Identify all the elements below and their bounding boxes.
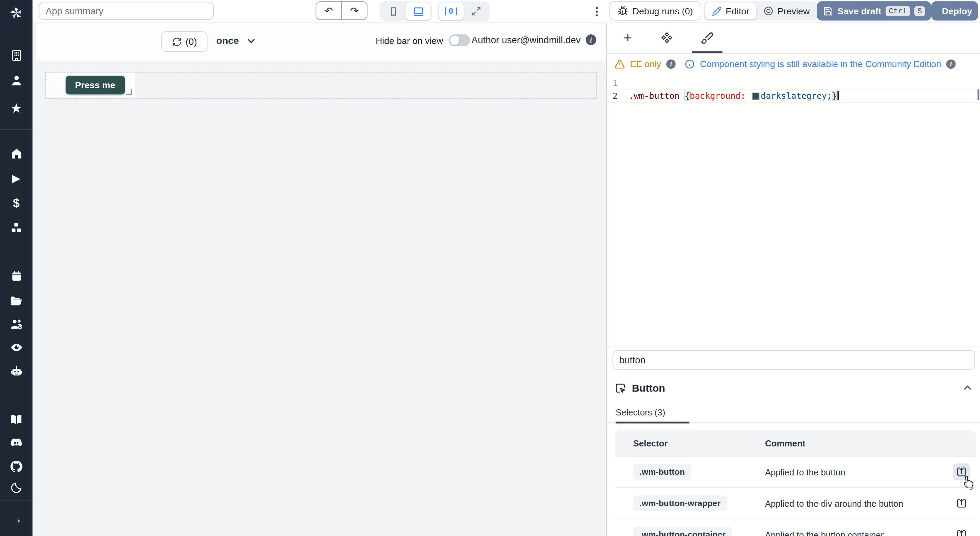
panel-splitter[interactable] — [607, 347, 980, 347]
component-grid-row: Press me — [45, 72, 597, 99]
redo-icon: ↷ — [350, 5, 359, 17]
kebab-icon: ⋮ — [592, 5, 602, 18]
selector-comment: Applied to the button — [765, 467, 845, 477]
refresh-button[interactable]: (0) — [161, 31, 208, 52]
active-tab-indicator — [692, 51, 722, 53]
save-draft-button[interactable]: Save draft Ctrl S — [817, 2, 931, 21]
copy-selector-to-editor-button[interactable] — [953, 463, 970, 480]
dark-mode-toggle[interactable] — [0, 480, 33, 496]
deploy-button[interactable]: Deploy — [931, 2, 978, 21]
tab-insert-component[interactable] — [614, 22, 641, 53]
sidebar: ★ ▶ $ — [0, 0, 33, 536]
discord-icon — [10, 436, 23, 450]
app-summary-input[interactable] — [39, 2, 214, 20]
copy-selector-to-editor-button[interactable] — [953, 495, 970, 512]
pencil-icon — [712, 6, 722, 16]
css-value-token: darkslategrey — [761, 91, 827, 100]
kbd-ctrl: Ctrl — [886, 6, 910, 16]
sidebar-item-user[interactable] — [0, 73, 33, 88]
collapse-section-button[interactable] — [961, 381, 974, 394]
toggle-knob — [450, 36, 460, 45]
sidebar-item-resources[interactable] — [0, 220, 33, 235]
semicolon-token: ; — [827, 91, 832, 100]
resize-handle[interactable] — [126, 89, 132, 95]
calendar-icon — [10, 270, 23, 282]
column-header-selector: Selector — [633, 438, 668, 448]
centered-width-icon: |0| — [443, 6, 460, 16]
schedule-value: once — [216, 35, 239, 46]
sidebar-item-audit-logs[interactable] — [0, 340, 33, 354]
sidebar-item-groups[interactable] — [0, 316, 33, 331]
copy-selector-to-editor-button[interactable] — [953, 526, 970, 536]
selectors-tabbar: Selectors (3) — [607, 407, 980, 424]
more-options-button[interactable]: ⋮ — [589, 3, 605, 19]
book-open-icon — [10, 413, 23, 426]
sidebar-item-home[interactable] — [0, 146, 33, 161]
brace-close-token: } — [832, 91, 837, 100]
sidebar-item-runs[interactable]: ▶ — [0, 171, 33, 186]
sidebar-item-schedules[interactable] — [0, 268, 33, 283]
code-line-2: 2 .wm-button {background: darkslategrey;… — [607, 89, 980, 102]
author-info: Author user@windmill.dev i — [472, 34, 596, 45]
expand-sidebar-button[interactable]: → — [0, 511, 33, 526]
arrow-up-square-icon — [956, 528, 967, 536]
code-line-1: 1 — [607, 76, 980, 89]
tab-preview[interactable]: Preview — [756, 2, 816, 19]
button-component-cell[interactable]: Press me — [46, 73, 135, 98]
overview-ruler-mark — [978, 89, 980, 100]
tab-editor[interactable]: Editor — [705, 2, 756, 19]
css-code-editor[interactable]: 1 2 .wm-button {background: darkslategre… — [607, 74, 980, 347]
app-canvas: (0) once Hide bar on view Author user@wi… — [33, 22, 606, 536]
table-header-row: Selector Comment — [615, 431, 976, 456]
hide-bar-setting: Hide bar on view — [375, 34, 470, 46]
sidebar-item-workspace[interactable] — [0, 48, 33, 63]
sidebar-item-ai[interactable] — [0, 363, 33, 378]
sidebar-item-docs[interactable] — [0, 412, 33, 427]
desktop-view-button[interactable] — [406, 2, 430, 20]
sidebar-item-variables[interactable]: $ — [0, 195, 33, 210]
top-toolbar: ↶ ↷ |0| — [33, 0, 980, 23]
tab-styling[interactable] — [693, 22, 721, 53]
full-width-button[interactable] — [464, 2, 488, 20]
refresh-count: (0) — [185, 37, 197, 47]
selectors-table: Selector Comment .wm-button Applied to t… — [615, 431, 976, 536]
info-icon[interactable]: i — [585, 34, 596, 45]
undo-button[interactable]: ↶ — [316, 2, 342, 20]
sidebar-item-favorites[interactable]: ★ — [0, 100, 33, 115]
star-icon: ★ — [10, 101, 22, 115]
centered-view-button[interactable]: |0| — [439, 2, 463, 20]
user-icon — [10, 73, 23, 87]
moon-icon — [10, 482, 22, 494]
sidebar-item-folders[interactable] — [0, 293, 33, 308]
app-editor-window: ★ ▶ $ — [0, 0, 980, 536]
color-swatch[interactable] — [753, 93, 759, 99]
redo-button[interactable]: ↷ — [341, 2, 368, 20]
press-me-button[interactable]: Press me — [66, 76, 125, 94]
tab-components[interactable] — [653, 22, 681, 53]
edition-notice-row: EE only i Component styling is still ava… — [607, 54, 980, 74]
table-row: .wm-button Applied to the button — [615, 456, 976, 487]
component-section-header[interactable]: Button — [614, 380, 974, 396]
mobile-view-button[interactable] — [381, 2, 406, 20]
info-icon[interactable]: i — [666, 59, 676, 69]
sidebar-item-discord[interactable] — [0, 435, 33, 450]
device-toggle-group — [379, 2, 432, 21]
info-icon[interactable]: i — [946, 59, 956, 69]
building-icon — [10, 48, 23, 62]
debug-runs-label: Debug runs (0) — [633, 6, 693, 16]
tab-selectors[interactable]: Selectors (3) — [616, 407, 665, 417]
hide-bar-toggle[interactable] — [449, 34, 470, 46]
component-search-input[interactable] — [612, 350, 975, 370]
mode-toggle-group: Editor Preview — [704, 2, 818, 21]
folder-open-icon — [10, 294, 23, 308]
deploy-label: Deploy — [942, 6, 972, 16]
brush-icon — [700, 31, 714, 44]
schedule-dropdown[interactable]: once — [216, 34, 258, 47]
debug-runs-button[interactable]: Debug runs (0) — [609, 2, 701, 21]
alert-triangle-icon — [614, 59, 625, 69]
windmill-logo-icon[interactable] — [0, 2, 33, 22]
sidebar-item-github[interactable] — [0, 459, 33, 474]
line-number: 2 — [607, 89, 622, 102]
chevron-down-icon — [245, 34, 258, 47]
layout-toggle-group: |0| — [438, 2, 490, 21]
